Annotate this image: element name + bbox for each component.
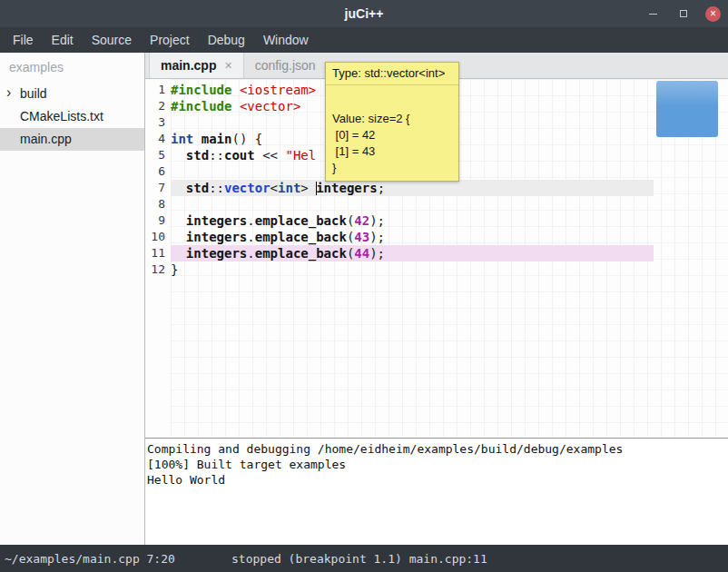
line-number: 12 (145, 261, 171, 278)
statusbar: ~/examples/main.cpp 7:20 stopped (breakp… (0, 545, 728, 572)
debug-tooltip: Type: std::vector<int> Value: size=2 { [… (325, 62, 459, 182)
editor-line-7[interactable]: 7 std::vector<int> integers; (145, 180, 654, 196)
line-number: 10 (145, 229, 171, 245)
code-text: integers.emplace_back(42); (171, 212, 654, 229)
app-window: juCi++ × FileEditSourceProjectDebugWindo… (0, 0, 728, 572)
editor-pane: main.cpp×config.json× 1#include <iostrea… (145, 53, 728, 545)
tooltip-value-line: [1] = 43 (332, 143, 452, 160)
tooltip-type-text: Type: std::vector<int> (326, 63, 458, 85)
minimize-button[interactable] (645, 6, 661, 22)
close-button[interactable]: × (705, 6, 721, 22)
titlebar: juCi++ × (0, 0, 728, 27)
tooltip-value: Value: size=2 { [0] = 42 [1] = 43} (326, 85, 458, 181)
line-number: 8 (145, 196, 171, 212)
terminal-output[interactable]: Compiling and debugging /home/eidheim/ex… (145, 438, 728, 545)
tree-item-label: CMakeLists.txt (20, 109, 103, 123)
line-number: 6 (145, 163, 171, 180)
code-text: std::vector<int> integers; (171, 180, 654, 196)
window-controls: × (645, 0, 721, 27)
line-number: 1 (145, 82, 171, 98)
menu-file[interactable]: File (4, 28, 43, 52)
menu-edit[interactable]: Edit (43, 28, 83, 52)
tab-label: config.json (255, 58, 316, 73)
expander-icon[interactable]: › (6, 84, 11, 101)
sidebar-header: examples (0, 53, 144, 83)
tab-label: main.cpp (161, 58, 216, 73)
tab-main.cpp[interactable]: main.cpp× (149, 53, 244, 78)
editor-line-11[interactable]: 11 integers.emplace_back(44); (145, 245, 654, 261)
line-number: 11 (145, 245, 171, 261)
tooltip-value-line: [0] = 42 (332, 127, 452, 143)
menu-project[interactable]: Project (141, 28, 199, 52)
line-number: 5 (145, 147, 171, 163)
editor-line-8[interactable]: 8 (145, 196, 654, 212)
menu-debug[interactable]: Debug (199, 28, 254, 52)
terminal-line: Compiling and debugging /home/eidheim/ex… (147, 441, 726, 457)
tree-item-build[interactable]: ›build (0, 83, 144, 105)
code-text: integers.emplace_back(44); (171, 245, 654, 261)
sidebar: examples ›buildCMakeLists.txtmain.cpp (0, 53, 145, 545)
terminal-line: [100%] Built target examples (147, 457, 726, 472)
code-text: } (171, 261, 654, 278)
menu-source[interactable]: Source (83, 28, 141, 52)
window-title: juCi++ (0, 6, 728, 21)
close-icon: × (710, 8, 716, 19)
menu-window[interactable]: Window (254, 28, 318, 52)
minimize-icon (649, 14, 657, 15)
tooltip-value-line: Value: size=2 { (332, 111, 452, 127)
line-number: 2 (145, 98, 171, 114)
tree-item-label: build (20, 86, 47, 101)
code-text (171, 196, 654, 212)
line-number: 7 (145, 180, 171, 196)
status-debug-state: stopped (breakpoint 1.1) main.cpp:11 (231, 552, 487, 566)
maximize-icon (680, 10, 687, 17)
tab-close-icon[interactable]: × (224, 58, 231, 73)
scrollbar-thumb[interactable] (656, 81, 718, 137)
menubar: FileEditSourceProjectDebugWindow (0, 27, 728, 53)
editor-line-10[interactable]: 10 integers.emplace_back(43); (145, 229, 654, 245)
main-area: examples ›buildCMakeLists.txtmain.cpp ma… (0, 53, 728, 545)
line-number: 9 (145, 212, 171, 229)
tree-item-main.cpp[interactable]: main.cpp (0, 128, 144, 151)
status-file-location: ~/examples/main.cpp 7:20 (0, 552, 175, 566)
tree-item-CMakeLists.txt[interactable]: CMakeLists.txt (0, 105, 144, 128)
tooltip-value-line: } (332, 160, 452, 176)
file-tree: ›buildCMakeLists.txtmain.cpp (0, 83, 144, 151)
line-number: 3 (145, 114, 171, 131)
code-text: integers.emplace_back(43); (171, 229, 654, 245)
terminal-line: Hello World (147, 472, 726, 488)
tree-item-label: main.cpp (20, 132, 72, 146)
line-number: 4 (145, 131, 171, 147)
maximize-button[interactable] (675, 6, 691, 22)
editor-line-12[interactable]: 12} (145, 261, 654, 278)
editor-line-9[interactable]: 9 integers.emplace_back(42); (145, 212, 654, 229)
